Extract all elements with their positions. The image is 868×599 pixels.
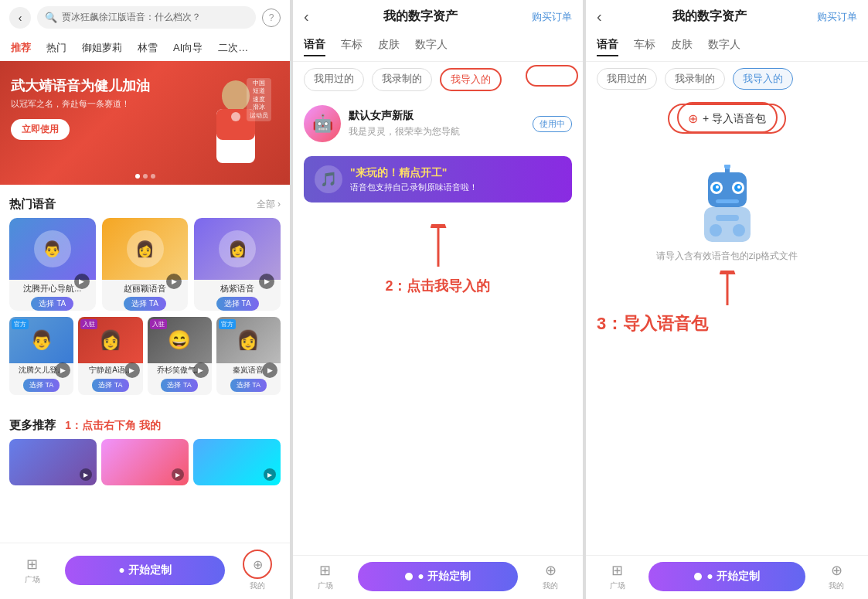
play-icon-s2[interactable]: ▶	[124, 362, 140, 378]
badge-2: 入驻	[80, 319, 97, 329]
play-icon-3[interactable]: ▶	[259, 274, 274, 289]
voice-card-img-2: 👩	[102, 218, 189, 280]
more-thumb-2[interactable]: ▶	[101, 439, 189, 485]
p2-buy-link[interactable]: 购买订单	[532, 10, 572, 24]
p1-hot-section: 热门语音 全部 › 👨 ▶ 沈腾开心导航... 选择 TA 👩 ▶ 赵丽颖语音 …	[0, 189, 290, 406]
voice-card-yangzi[interactable]: 👩 ▶ 杨紫语音 选择 TA	[194, 218, 281, 311]
panel-1: ‹ 🔍 贾冰狂飙徐江版语音：什么档次？ ? 推荐 热门 御姐萝莉 林雪 AI向导…	[0, 0, 290, 599]
p1-tab-ai[interactable]: AI向导	[170, 39, 206, 56]
voice-small-2[interactable]: 👩 入驻 ▶ 宁静超A语... 选择 TA	[78, 317, 142, 395]
p2-start-custom-btn[interactable]: ● 开始定制	[358, 562, 519, 591]
p3-import-label: + 导入语音包	[703, 112, 766, 126]
p2-tabs: 语音 车标 皮肤 数字人	[293, 33, 583, 62]
p2-voice-item[interactable]: 🤖 默认女声新版 我是灵灵，很荣幸为您导航 使用中	[293, 97, 583, 150]
svg-point-15	[737, 185, 740, 189]
p1-tab-linxue[interactable]: 林雪	[134, 39, 161, 56]
small-select-3[interactable]: 选择 TA	[161, 379, 197, 392]
p2-subtabs-container: 我用过的 我录制的 我导入的	[293, 62, 583, 97]
voice-grid-small: 👨 官方 ▶ 沈腾欠儿登... 选择 TA 👩 入驻 ▶ 宁静超A语... 选择…	[9, 317, 281, 395]
p1-nav-guangchang[interactable]: ⊞ 广场	[0, 556, 65, 585]
more-thumb-play-2[interactable]: ▶	[172, 468, 184, 481]
p2-tab-yuyin[interactable]: 语音	[304, 38, 325, 56]
p3-subtab-imported[interactable]: 我导入的	[733, 68, 793, 90]
svg-point-19	[733, 224, 745, 237]
play-icon-s4[interactable]: ▶	[262, 362, 277, 378]
p1-tab-remen[interactable]: 热门	[43, 39, 70, 56]
dot-1	[135, 174, 140, 179]
p3-my-icon: ⊕	[831, 562, 842, 579]
p2-subtab-recorded[interactable]: 我录制的	[372, 68, 432, 91]
svg-point-3	[231, 112, 240, 121]
p2-promo-banner[interactable]: 🎵 "来玩的！精点开工" 语音包支持自己录制原味语音啦！	[304, 156, 572, 203]
p2-subtab-used[interactable]: 我用过的	[304, 68, 364, 91]
badge-4: 官方	[219, 319, 236, 329]
p3-record-dot	[694, 573, 702, 580]
p1-tab-yujielu[interactable]: 御姐萝莉	[79, 39, 125, 56]
voice-small-3[interactable]: 😄 入驻 ▶ 乔杉笑傲气... 选择 TA	[148, 317, 212, 395]
p1-help-button[interactable]: ?	[262, 9, 281, 27]
more-thumb-1[interactable]: ▶	[9, 439, 97, 485]
select-btn-1[interactable]: 选择 TA	[31, 297, 73, 311]
select-btn-3[interactable]: 选择 TA	[216, 297, 259, 311]
p1-my-button[interactable]: ⊕ 我的	[225, 550, 290, 591]
voice-small-4[interactable]: 👩 官方 ▶ 秦岚语音 选择 TA	[216, 317, 281, 395]
more-thumb-3[interactable]: ▶	[193, 439, 281, 485]
p3-import-btn[interactable]: ⊕ + 导入语音包	[668, 104, 786, 134]
p2-tab-chebiao[interactable]: 车标	[341, 38, 363, 56]
p1-back-button[interactable]: ‹	[9, 7, 31, 29]
small-select-1[interactable]: 选择 TA	[23, 379, 60, 392]
p3-header: ‹ 我的数字资产 购买订单	[586, 0, 868, 33]
p3-arrow-container	[597, 271, 857, 309]
p2-tab-shuziren[interactable]: 数字人	[415, 38, 448, 56]
p3-back-button[interactable]: ‹	[597, 8, 602, 26]
svg-rect-6	[704, 207, 751, 242]
p3-tab-yuyin[interactable]: 语音	[597, 38, 618, 56]
p3-tab-pifu[interactable]: 皮肤	[671, 38, 693, 56]
small-select-2[interactable]: 选择 TA	[92, 379, 128, 392]
p3-tab-shuziren[interactable]: 数字人	[708, 38, 740, 56]
more-thumbnails: ▶ ▶ ▶	[9, 439, 281, 485]
p2-guangchang-icon: ⊞	[319, 562, 331, 579]
p1-more-section: 更多推荐 1：点击右下角 我的 ▶ ▶ ▶	[0, 410, 290, 490]
p1-tab-erci[interactable]: 二次…	[215, 39, 251, 56]
voice-card-zhaoliying[interactable]: 👩 ▶ 赵丽颖语音 选择 TA	[102, 218, 189, 311]
voice-small-1[interactable]: 👨 官方 ▶ 沈腾欠儿登... 选择 TA	[9, 317, 73, 395]
p1-start-custom-btn[interactable]: ● 开始定制	[65, 556, 226, 585]
my-btn-circle: ⊕	[243, 550, 272, 579]
play-icon-s3[interactable]: ▶	[193, 362, 209, 378]
p3-subtab-recorded[interactable]: 我录制的	[665, 68, 725, 90]
p3-nav-guangchang[interactable]: ⊞ 广场	[586, 562, 648, 591]
select-btn-2[interactable]: 选择 TA	[124, 297, 166, 311]
p2-nav-my[interactable]: ⊕ 我的	[518, 562, 583, 591]
p1-all-link[interactable]: 全部 ›	[257, 198, 281, 211]
voice-card-img-1: 👨	[9, 218, 96, 280]
p3-tab-chebiao[interactable]: 车标	[634, 38, 655, 56]
play-icon-1[interactable]: ▶	[74, 274, 90, 289]
p2-start-label: ● 开始定制	[417, 570, 470, 584]
p2-subtab-imported[interactable]: 我导入的	[440, 68, 502, 91]
more-thumb-play-3[interactable]: ▶	[264, 468, 276, 481]
small-select-4[interactable]: 选择 TA	[230, 379, 267, 392]
more-thumb-play-1[interactable]: ▶	[80, 468, 92, 481]
p3-subtab-used[interactable]: 我用过的	[597, 68, 657, 90]
p3-start-custom-btn[interactable]: ● 开始定制	[648, 562, 805, 591]
p1-banner-cta[interactable]: 立即使用	[11, 119, 70, 140]
p1-search-bar[interactable]: 🔍 贾冰狂飙徐江版语音：什么档次？	[37, 6, 256, 29]
p1-header: ‹ 🔍 贾冰狂飙徐江版语音：什么档次？ ?	[0, 0, 290, 35]
p2-arrow-svg	[427, 224, 450, 271]
voice-card-shenteng[interactable]: 👨 ▶ 沈腾开心导航... 选择 TA	[9, 218, 96, 311]
p3-buy-link[interactable]: 购买订单	[817, 10, 857, 24]
p2-my-label: 我的	[543, 580, 558, 591]
avatar-1: 👨	[34, 230, 71, 267]
p2-back-button[interactable]: ‹	[304, 8, 309, 26]
p3-nav-my[interactable]: ⊕ 我的	[805, 562, 868, 591]
avatar-2: 👩	[127, 230, 164, 267]
p1-banner-title: 武大靖语音为健儿加油	[11, 77, 150, 95]
p1-tab-tuijian[interactable]: 推荐	[8, 39, 34, 56]
p2-tab-pifu[interactable]: 皮肤	[378, 38, 400, 56]
avatar-3: 👩	[219, 230, 256, 267]
p1-banner-content: 武大靖语音为健儿加油 以冠军之名，奔赴每一条赛道！ 立即使用	[11, 77, 150, 140]
p2-guangchang-label: 广场	[318, 580, 333, 591]
voice-card-img-3: 👩	[194, 218, 281, 280]
p2-nav-guangchang[interactable]: ⊞ 广场	[293, 562, 358, 591]
